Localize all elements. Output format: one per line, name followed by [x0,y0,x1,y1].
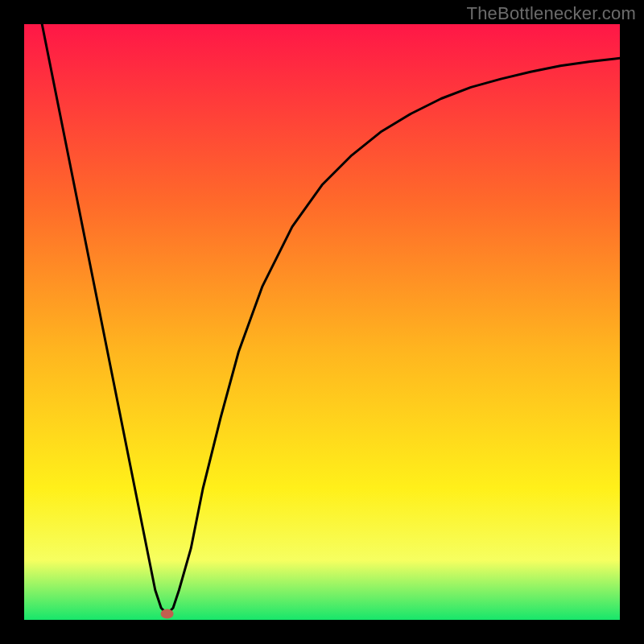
watermark-text: TheBottlenecker.com [467,3,636,24]
chart-frame [24,24,620,620]
optimum-marker [161,609,174,619]
bottleneck-chart [24,24,620,620]
gradient-background [24,24,620,620]
